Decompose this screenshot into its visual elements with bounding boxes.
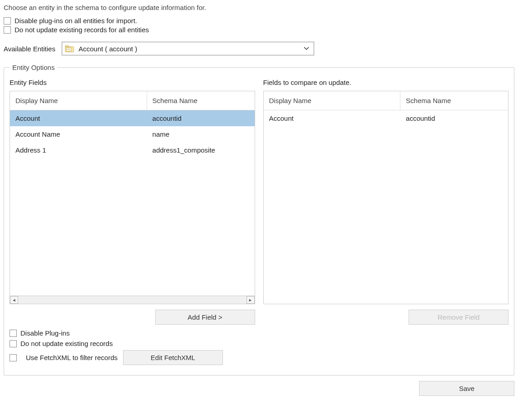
horizontal-scrollbar[interactable]: ◄ ► xyxy=(10,296,255,304)
no-update-existing-label[interactable]: Do not update existing records xyxy=(20,340,113,347)
column-header-display-name[interactable]: Display Name xyxy=(264,91,401,110)
cell-display-name: Account Name xyxy=(10,126,147,142)
scroll-left-arrow-icon[interactable]: ◄ xyxy=(10,296,18,304)
table-row[interactable]: Accountaccountid xyxy=(264,110,508,126)
no-update-existing-checkbox[interactable] xyxy=(10,340,17,347)
use-fetchxml-label[interactable]: Use FetchXML to filter records xyxy=(26,354,118,361)
no-update-all-checkbox[interactable] xyxy=(4,26,11,34)
entity-options-group: Entity Options Entity Fields Display Nam… xyxy=(4,64,514,376)
disable-plugins-all-checkbox[interactable] xyxy=(4,17,11,25)
table-row[interactable]: Account Namename xyxy=(10,126,255,142)
disable-plugins-checkbox[interactable] xyxy=(10,330,17,337)
chevron-down-icon xyxy=(299,45,314,52)
column-header-schema-name[interactable]: Schema Name xyxy=(147,91,255,110)
disable-plugins-label[interactable]: Disable Plug-ins xyxy=(20,329,69,337)
no-update-all-label[interactable]: Do not update existing records for all e… xyxy=(15,26,149,34)
cell-schema-name: accountid xyxy=(147,110,255,126)
entity-fields-title: Entity Fields xyxy=(10,79,255,86)
remove-field-button[interactable]: Remove Field xyxy=(409,310,508,325)
cell-display-name: Account xyxy=(10,110,147,126)
cell-schema-name: address1_composite xyxy=(147,142,255,158)
available-entities-label: Available Entities xyxy=(4,45,55,53)
cell-display-name: Account xyxy=(264,110,401,126)
compare-fields-table: Display Name Schema Name Accountaccounti… xyxy=(263,91,509,304)
column-header-schema-name[interactable]: Schema Name xyxy=(400,91,508,110)
table-row[interactable]: Accountaccountid xyxy=(10,110,255,126)
dropdown-selected-text: Account ( account ) xyxy=(79,45,299,53)
scroll-track[interactable] xyxy=(18,296,247,304)
cell-display-name: Address 1 xyxy=(10,142,147,158)
cell-schema-name: accountid xyxy=(400,110,508,126)
disable-plugins-all-label[interactable]: Disable plug-ins on all entities for imp… xyxy=(15,17,137,25)
intro-text: Choose an entity in the schema to config… xyxy=(4,4,514,11)
svg-rect-1 xyxy=(66,48,71,51)
compare-fields-title: Fields to compare on update. xyxy=(263,79,509,86)
save-button[interactable]: Save xyxy=(419,381,514,396)
entity-fields-table: Display Name Schema Name Accountaccounti… xyxy=(10,91,255,304)
table-row[interactable]: Address 1address1_composite xyxy=(10,142,255,158)
edit-fetchxml-button[interactable]: Edit FetchXML xyxy=(123,350,223,365)
scroll-right-arrow-icon[interactable]: ► xyxy=(247,296,255,304)
use-fetchxml-checkbox[interactable] xyxy=(10,354,17,361)
cell-schema-name: name xyxy=(147,126,255,142)
column-header-display-name[interactable]: Display Name xyxy=(10,91,147,110)
folder-icon xyxy=(65,44,74,53)
available-entities-dropdown[interactable]: Account ( account ) xyxy=(62,42,314,55)
add-field-button[interactable]: Add Field > xyxy=(155,310,255,325)
entity-options-legend: Entity Options xyxy=(10,64,57,71)
